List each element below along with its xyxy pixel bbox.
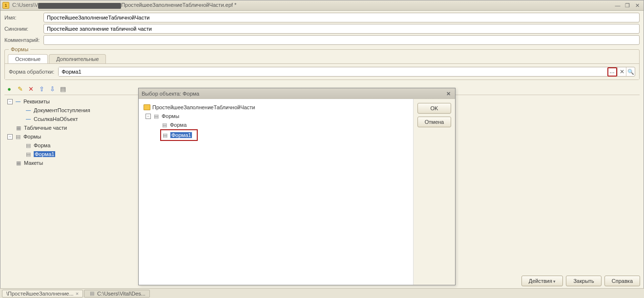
properties-panel: Имя: Синоним: Комментарий: Формы Основны… [0,11,644,80]
tree-node-layouts[interactable]: Макеты [4,159,131,167]
tree-label: Реквизиты [23,99,50,104]
select-object-dialog: Выбор объекта: Форма ✕ ПростейшееЗаполне… [138,88,456,285]
tree-label: Табличные части [24,125,67,131]
dialog-titlebar: Выбор объекта: Форма ✕ [139,88,455,99]
app-icon: 1 [2,2,9,9]
forms-icon [153,113,160,119]
tree-label: Форма [34,142,50,148]
layouts-icon [15,160,22,166]
tree-label: ДокументПоступления [34,107,90,113]
status-tab-label: C:\Users\Vital\Des... [97,291,145,297]
dialog-tree-form1-highlight: Форма1 [160,129,198,141]
form-icon [162,132,168,139]
dialog-cancel-button[interactable]: Отмена [417,117,451,127]
dialog-tree-forms[interactable]: Формы [144,112,408,120]
tree-label: СсылкаНаОбъект [34,116,78,122]
tree-node-form1[interactable]: Форма1 [4,150,131,159]
add-button[interactable]: ● [5,85,13,93]
name-label: Имя: [4,15,43,20]
processing-form-label: Форма обработки: [9,69,54,75]
window-close-button[interactable]: ✕ [633,2,642,9]
dialog-tree[interactable]: ПростейшееЗаполнениеТабличнойЧасти Формы… [139,99,414,285]
tree-node-attributes[interactable]: Реквизиты [4,97,131,106]
toggle-icon[interactable] [7,134,13,139]
synonym-label: Синоним: [4,26,43,32]
processing-form-input[interactable] [59,67,607,76]
tree-label: Форма1 [170,132,192,138]
attribute-icon [25,108,32,113]
forms-fieldset: Формы Основные Дополнительные Форма обра… [4,46,640,80]
object-tree[interactable]: Реквизиты ДокументПоступления СсылкаНаОб… [4,95,131,169]
dialog-ok-button[interactable]: OK [417,103,451,114]
title-filename: ПростейшееЗаполнениеТабличнойЧасти.epf * [121,2,236,8]
form-icon [88,291,95,296]
bottom-button-bar: Действия Закрыть Справка [521,276,640,286]
status-tab-label: \ПростейшееЗаполнение... [6,291,74,297]
processing-form-lookup-button[interactable]: 🔍 [626,67,635,76]
tree-node-attr1[interactable]: ДокументПоступления [4,106,131,115]
window-title: C:\Users\VПростейшееЗаполнениеТабличнойЧ… [12,2,613,8]
processing-form-ellipsis-button[interactable]: ... [607,67,617,77]
move-up-button[interactable]: ⇧ [38,85,45,93]
tab-main[interactable]: Основные [8,54,48,63]
comment-label: Комментарий: [4,37,43,43]
tree-label: Формы [23,134,41,139]
dialog-tree-form1[interactable]: Форма1 [162,131,192,139]
help-button[interactable]: Справка [604,276,640,286]
window-restore-button[interactable]: ❐ [623,2,632,9]
status-tab-2[interactable]: C:\Users\Vital\Des... [84,290,150,298]
object-icon [144,104,150,110]
tree-node-attr2[interactable]: СсылкаНаОбъект [4,115,131,123]
comment-input[interactable] [43,35,640,45]
dialog-tree-form[interactable]: Форма [144,120,408,129]
actions-button[interactable]: Действия [521,276,563,286]
tree-label: Макеты [24,160,43,166]
form-icon [25,151,32,158]
window-minimize-button[interactable]: — [613,2,622,9]
status-bar: \ПростейшееЗаполнение... × C:\Users\Vita… [0,288,644,298]
forms-legend: Формы [9,46,30,52]
tree-label: Форма [170,122,187,128]
sort-button[interactable]: ▤ [59,85,67,93]
tree-node-forms[interactable]: Формы [4,132,131,141]
forms-icon [15,134,21,140]
tree-label: ПростейшееЗаполнениеТабличнойЧасти [152,104,255,110]
tree-node-tabparts[interactable]: Табличные части [4,123,131,132]
tree-node-form[interactable]: Форма [4,141,131,150]
window-titlebar: 1 C:\Users\VПростейшееЗаполнениеТаблично… [0,0,644,11]
tree-label: Формы [162,113,179,119]
tree-label: Форма1 [34,151,55,157]
tab-extra[interactable]: Дополнительные [49,54,106,63]
status-tab-close-icon[interactable]: × [76,291,79,297]
dialog-close-button[interactable]: ✕ [444,90,452,98]
form-icon [25,142,32,149]
synonym-input[interactable] [43,24,640,34]
title-redacted [38,3,121,9]
attribute-icon [25,117,32,122]
forms-tabs: Основные Дополнительные [5,52,639,63]
status-tab-1[interactable]: \ПростейшееЗаполнение... × [2,290,83,298]
processing-form-clear-button[interactable]: ✕ [617,67,626,76]
processing-form-field: ... ✕ 🔍 [58,67,635,77]
toggle-icon[interactable] [145,114,151,119]
form-icon [161,122,168,128]
dialog-title: Выбор объекта: Форма [142,91,444,97]
toggle-icon[interactable] [7,99,13,104]
title-path-prefix: C:\Users\V [12,2,38,8]
table-icon [15,125,22,131]
move-down-button[interactable]: ⇩ [48,85,56,93]
close-button[interactable]: Закрыть [566,276,601,286]
attributes-icon [15,99,21,104]
edit-button[interactable]: ✎ [16,85,24,93]
name-input[interactable] [43,13,640,22]
dialog-tree-root[interactable]: ПростейшееЗаполнениеТабличнойЧасти [144,103,408,112]
delete-button[interactable]: ✕ [27,85,35,93]
dialog-buttons: OK Отмена [414,99,455,285]
